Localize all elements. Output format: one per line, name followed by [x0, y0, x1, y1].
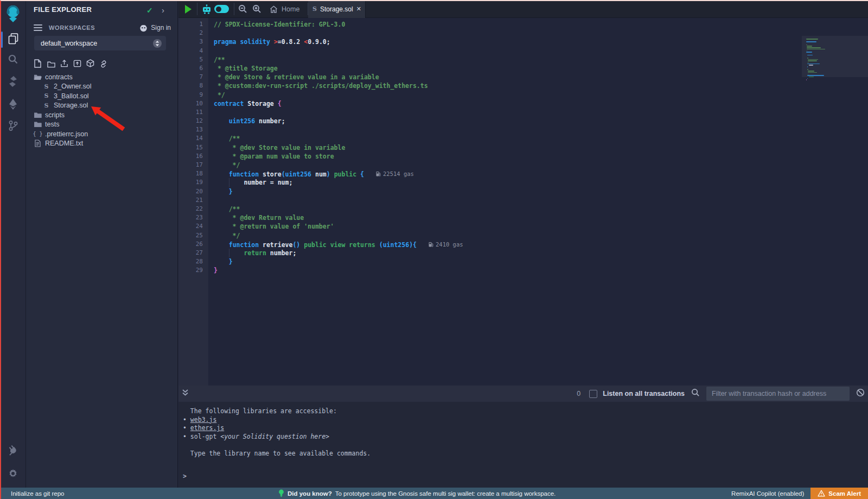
terminal-link-web3-js[interactable]: web3.js [190, 416, 216, 424]
code-line-28: } [214, 257, 868, 266]
terminal-prompt[interactable]: > [183, 472, 868, 481]
zoom-in-icon[interactable] [252, 0, 261, 18]
panel-title: FILE EXPLORER [34, 5, 92, 14]
terminal-header: 0 Listen on all transactions [178, 386, 868, 402]
code-line-1: // SPDX-License-Identifier: GPL-3.0 [214, 20, 868, 29]
close-tab-icon[interactable]: ✕ [356, 5, 361, 12]
terminal-line: • sol-gpt <your Solidity question here> [183, 433, 868, 441]
search-icon[interactable] [0, 54, 26, 65]
line-number: 13 [178, 125, 203, 134]
workspace-menu-icon[interactable] [34, 23, 42, 33]
plugin-manager-icon[interactable] [0, 445, 26, 457]
editor-gutter: 1234567891011121314151617181920212223242… [178, 18, 208, 386]
zoom-out-icon[interactable] [238, 0, 247, 18]
solidity-compiler-icon[interactable] [0, 75, 26, 87]
terminal-search-icon[interactable] [691, 388, 700, 399]
terminal-line: • web3.js [183, 416, 868, 425]
code-line-23: * @dev Return value [214, 213, 868, 222]
line-number: 8 [178, 81, 203, 90]
did-you-know-title: Did you know? [288, 490, 332, 497]
file-actions-toolbar [34, 59, 107, 68]
file-icon [34, 140, 42, 147]
settings-gear-icon[interactable] [0, 468, 26, 479]
code-line-17: */ [214, 161, 868, 169]
line-number: 16 [178, 152, 203, 161]
tree-item-readme-txt[interactable]: README.txt [26, 139, 177, 149]
code-line-12: uint256 number; [214, 117, 868, 125]
line-number: 7 [178, 73, 203, 81]
line-number: 20 [178, 187, 203, 196]
gas-estimate-badge: 2410 gas [429, 240, 463, 249]
git-icon[interactable] [0, 120, 26, 131]
file-explorer-icon[interactable] [0, 33, 26, 45]
run-script-button[interactable] [185, 0, 192, 18]
code-line-19: number = num; [214, 178, 868, 187]
code-line-15: * @dev Store value in variable [214, 143, 868, 152]
sign-in-button[interactable]: Sign in [139, 24, 171, 32]
code-line-22: /** [214, 205, 868, 213]
ai-copilot-toggle[interactable] [214, 0, 229, 18]
gas-estimate-badge: 22514 gas [376, 169, 414, 178]
tree-item-2-owner-sol[interactable]: S2_Owner.sol [26, 82, 177, 92]
copilot-status[interactable]: RemixAI Copilot (enabled) [731, 490, 804, 497]
new-folder-icon[interactable] [47, 59, 55, 68]
deploy-and-run-icon[interactable] [0, 98, 26, 110]
code-line-24: * @return value of 'number' [214, 222, 868, 231]
tab-storage-sol[interactable]: S Storage.sol ✕ [308, 0, 366, 18]
line-number: 28 [178, 257, 203, 266]
remix-ide-window: FILE EXPLORER ✓ › WORKSPACES Sign in def… [0, 0, 868, 499]
solidity-icon: S [42, 83, 50, 90]
code-line-16: * @param num value to store [214, 152, 868, 161]
listen-all-transactions-checkbox[interactable] [589, 390, 597, 398]
line-number: 6 [178, 64, 203, 73]
new-file-icon[interactable] [34, 59, 42, 68]
file-explorer-panel: FILE EXPLORER ✓ › WORKSPACES Sign in def… [26, 0, 178, 488]
chevron-right-icon[interactable]: › [162, 5, 164, 15]
tree-item-scripts[interactable]: scripts [26, 110, 177, 120]
listen-all-transactions-label: Listen on all transactions [603, 390, 685, 397]
code-line-27: return number; [214, 249, 868, 257]
line-number: 24 [178, 222, 203, 231]
line-number: 29 [178, 266, 203, 275]
link-icon[interactable] [99, 59, 107, 68]
collapse-terminal-icon[interactable] [182, 389, 189, 399]
tab-home[interactable]: Home [266, 0, 303, 18]
upload-folder-icon[interactable] [73, 59, 81, 68]
github-icon [139, 24, 148, 32]
tree-item-contracts[interactable]: contracts [26, 72, 177, 82]
upload-file-icon[interactable] [60, 59, 68, 68]
code-line-25: */ [214, 231, 868, 240]
terminal-line: Type the library name to see available c… [183, 450, 868, 458]
tree-item-3-ballot-sol[interactable]: S3_Ballot.sol [26, 91, 177, 101]
workspace-select[interactable]: default_workspace [34, 36, 166, 50]
file-tree: contractsS2_Owner.solS3_Ballot.solSStora… [26, 72, 177, 148]
folder-open-icon [34, 74, 42, 80]
line-number: 23 [178, 213, 203, 222]
terminal-output[interactable]: The following libraries are accessible:•… [178, 402, 868, 488]
code-line-4 [214, 47, 868, 55]
scam-alert-button[interactable]: Scam Alert [810, 488, 868, 499]
editor-minimap[interactable] [802, 36, 868, 403]
line-number: 2 [178, 29, 203, 37]
editor-toolbar: Home S Storage.sol ✕ [178, 0, 868, 18]
line-number: 14 [178, 134, 203, 143]
braces-icon: { } [34, 131, 42, 137]
line-number: 1 [178, 20, 203, 29]
line-number: 17 [178, 161, 203, 169]
code-editor[interactable]: 1234567891011121314151617181920212223242… [178, 18, 868, 386]
create-box-icon[interactable] [86, 59, 94, 68]
line-number: 5 [178, 55, 203, 64]
workspace-name: default_workspace [41, 40, 97, 47]
code-line-20: } [214, 187, 868, 196]
tree-item-tests[interactable]: tests [26, 120, 177, 130]
tree-item-storage-sol[interactable]: SStorage.sol [26, 101, 177, 111]
line-number: 9 [178, 91, 203, 99]
git-init-button[interactable]: Initialize as git repo [11, 490, 64, 497]
terminal-link-ethers-js[interactable]: ethers.js [190, 424, 224, 432]
remix-logo-icon[interactable] [0, 4, 26, 23]
did-you-know-text: To prototype using the Gnosis safe multi… [335, 490, 556, 497]
code-line-26: function retrieve() public view returns … [214, 240, 868, 249]
transaction-count: 0 [577, 390, 580, 397]
tree-item--prettierrc-json[interactable]: { }.prettierrc.json [26, 129, 177, 139]
ai-copilot-robot-icon[interactable] [201, 0, 212, 18]
